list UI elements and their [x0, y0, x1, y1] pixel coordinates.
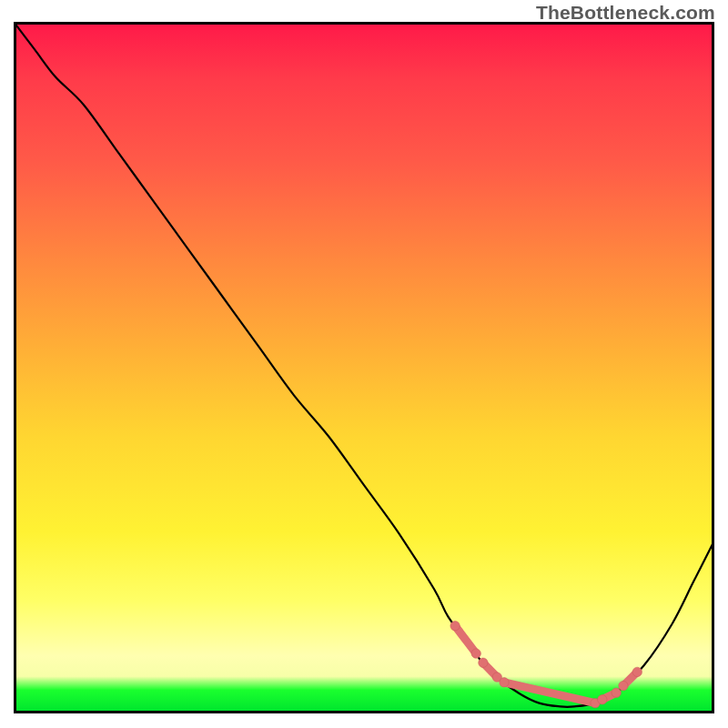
plot-area — [14, 22, 714, 713]
watermark-text: TheBottleneck.com — [536, 2, 715, 24]
chart-stage: TheBottleneck.com — [0, 0, 728, 728]
